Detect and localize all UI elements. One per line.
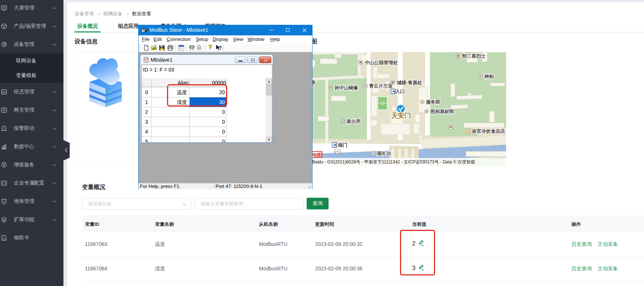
svg-text:服务部: 服务部 xyxy=(426,99,440,105)
svg-text:照相器材部: 照相器材部 xyxy=(430,109,454,114)
svg-text:地图: 地图 xyxy=(312,152,322,158)
svg-text:南门: 南门 xyxy=(338,142,348,148)
svg-text:天安门: 天安门 xyxy=(391,112,411,119)
svg-text:DOC: DOC xyxy=(144,58,149,60)
svg-text:孙中山铜像: 孙中山铜像 xyxy=(334,85,358,90)
svg-text:郜三喜烈士: 郜三喜烈士 xyxy=(462,53,486,59)
svg-text:中山公园管理处: 中山公园管理处 xyxy=(365,60,398,65)
svg-text:城楼-售票处: 城楼-售票处 xyxy=(396,80,422,85)
svg-text:?: ? xyxy=(219,45,222,51)
svg-text:派出所: 派出所 xyxy=(346,119,361,124)
svg-text:神柏: 神柏 xyxy=(484,74,494,79)
svg-text:观礼台: 观礼台 xyxy=(377,151,391,156)
svg-text:入口: 入口 xyxy=(395,89,405,94)
svg-text:故宫冷饮食品店: 故宫冷饮食品店 xyxy=(472,128,505,134)
svg-text:青云片兰室: 青云片兰室 xyxy=(369,83,393,89)
svg-text:ATM: ATM xyxy=(335,151,340,153)
svg-text:Baidu - GS(2021)6026号 - 甲测资字11: Baidu - GS(2021)6026号 - 甲测资字11111342 - 京… xyxy=(312,159,475,165)
